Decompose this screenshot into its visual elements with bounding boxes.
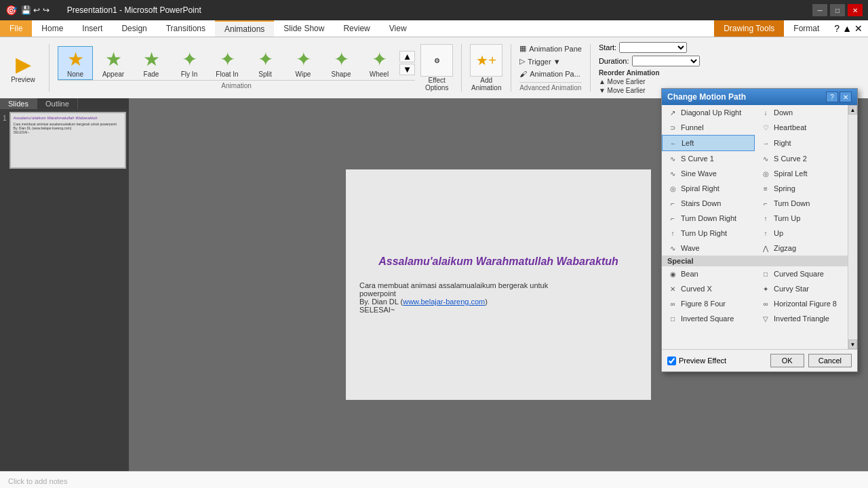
item-figure-8-four[interactable]: ∞ Figure 8 Four — [662, 296, 755, 311]
spiral-left-icon: ◎ — [760, 168, 771, 179]
item-down[interactable]: ↓ Down — [755, 105, 848, 120]
preview-effect-label[interactable]: Preview Effect — [679, 357, 726, 365]
slide-outline-tabs: Slides Outline — [0, 98, 129, 109]
wipe-icon: ✦ — [296, 48, 311, 70]
tab-drawing-tools[interactable]: Drawing Tools — [714, 20, 784, 37]
cancel-button[interactable]: Cancel — [808, 354, 852, 367]
tab-transitions[interactable]: Transitions — [157, 20, 215, 37]
item-heartbeat[interactable]: ♡ Heartbeat — [755, 120, 848, 135]
tab-design[interactable]: Design — [112, 20, 156, 37]
tab-review[interactable]: Review — [334, 20, 379, 37]
scroll-up-arrow[interactable]: ▲ — [848, 105, 857, 115]
tab-home[interactable]: Home — [32, 20, 73, 37]
office-logo: 🎯 — [5, 5, 17, 16]
ribbon-expand-icon: ▲ — [842, 23, 852, 34]
trigger-button[interactable]: ▷ Trigger ▼ — [519, 57, 582, 66]
item-spring[interactable]: ≡ Spring — [755, 181, 848, 196]
item-left[interactable]: ← Left — [662, 135, 755, 151]
item-turn-down[interactable]: ⌐ Turn Down — [755, 196, 848, 211]
tab-animations[interactable]: Animations — [215, 20, 274, 37]
dialog-close-button[interactable]: ✕ — [840, 92, 852, 102]
preview-button[interactable]: ▶ Preview — [5, 51, 41, 85]
appear-icon: ★ — [105, 48, 122, 70]
start-select[interactable] — [619, 42, 687, 53]
item-bean[interactable]: ◉ Bean — [662, 266, 755, 281]
item-inverted-square[interactable]: □ Inverted Square — [662, 311, 755, 326]
duration-select[interactable] — [632, 56, 700, 66]
item-curved-x[interactable]: ✕ Curved X — [662, 281, 755, 296]
ok-button[interactable]: OK — [770, 354, 804, 367]
item-turn-up[interactable]: ↑ Turn Up — [755, 211, 848, 226]
anim-floatin[interactable]: ✦ Float In — [210, 47, 245, 79]
scroll-down-arrow[interactable]: ▼ — [848, 340, 857, 349]
right-controls: ▦ Animation Pane ▷ Trigger ▼ 🖌 Animation… — [519, 44, 582, 92]
animation-group: ★ None ★ Appear ★ Fade ✦ Fly In ✦ Float … — [58, 46, 415, 89]
item-wave[interactable]: ∿ Wave — [662, 241, 755, 256]
item-horizontal-figure-8[interactable]: ∞ Horizontal Figure 8 — [755, 296, 848, 311]
item-inverted-triangle[interactable]: ▽ Inverted Triangle — [755, 311, 848, 326]
item-right[interactable]: → Right — [755, 135, 848, 151]
tab-format[interactable]: Format — [784, 20, 829, 37]
item-sine-wave[interactable]: ∿ Sine Wave — [662, 166, 755, 181]
preview-effect-checkbox[interactable] — [667, 357, 676, 365]
anim-fade[interactable]: ★ Fade — [134, 47, 169, 79]
dialog-footer: Preview Effect OK Cancel — [662, 349, 857, 371]
item-turn-down-right[interactable]: ⌐ Turn Down Right — [662, 211, 755, 226]
add-animation-button[interactable]: ★+ — [470, 44, 502, 77]
item-diagonal-up-right[interactable]: ↗ Diagonal Up Right — [662, 105, 755, 120]
tab-slideshow[interactable]: Slide Show — [274, 20, 334, 37]
maximize-button[interactable]: □ — [830, 4, 845, 16]
ribbon-help-icon: ? — [834, 23, 840, 34]
outline-tab[interactable]: Outline — [37, 98, 78, 109]
item-funnel[interactable]: ⊃ Funnel — [662, 120, 755, 135]
ribbon-tabs: File Home Insert Design Transitions Anim… — [0, 20, 868, 37]
anim-split[interactable]: ✦ Split — [248, 47, 283, 79]
tab-file[interactable]: File — [0, 20, 32, 37]
anim-flyin[interactable]: ✦ Fly In — [172, 47, 207, 79]
item-stairs-down[interactable]: ⌐ Stairs Down — [662, 196, 755, 211]
item-s-curve-2[interactable]: ∿ S Curve 2 — [755, 151, 848, 166]
animation-pane-button[interactable]: ▦ Animation Pane — [519, 44, 582, 53]
item-spiral-right-label: Spiral Right — [681, 184, 719, 192]
slide-link[interactable]: www.belajar-bareng.com — [403, 298, 485, 306]
anim-appear[interactable]: ★ Appear — [96, 47, 131, 79]
slide-1-thumb[interactable]: Assalamu'alaikum Warahmatullah Wabaraktu… — [9, 112, 126, 169]
slide-selesai: SELESAI~ — [359, 306, 637, 314]
ribbon-close-icon: ✕ — [854, 23, 863, 34]
item-zigzag[interactable]: ⋀ Zigzag — [755, 241, 848, 256]
move-earlier-button[interactable]: ▲ Move Earlier — [599, 78, 700, 85]
notes-bar[interactable]: Click to add notes — [0, 471, 868, 488]
tab-insert[interactable]: Insert — [73, 20, 112, 37]
horizontal-figure-8-icon: ∞ — [760, 298, 771, 309]
anim-shape[interactable]: ✦ Shape — [323, 47, 359, 79]
item-turn-up-right[interactable]: ↑ Turn Up Right — [662, 226, 755, 241]
inverted-triangle-icon: ▽ — [760, 313, 771, 324]
item-horizontal-figure-8-label: Horizontal Figure 8 — [774, 300, 837, 308]
slides-tab[interactable]: Slides — [0, 98, 37, 109]
item-up[interactable]: ↑ Up — [755, 226, 848, 241]
minimize-button[interactable]: ─ — [812, 4, 827, 16]
item-spiral-right[interactable]: ◎ Spiral Right — [662, 181, 755, 196]
close-button[interactable]: ✕ — [848, 4, 863, 16]
item-spiral-left[interactable]: ◎ Spiral Left — [755, 166, 848, 181]
slide-1-container: 1 Assalamu'alaikum Warahmatullah Wabarak… — [3, 112, 126, 169]
anim-wheel[interactable]: ✦ Wheel — [361, 47, 397, 79]
anim-wipe[interactable]: ✦ Wipe — [285, 47, 321, 79]
item-s-curve-1[interactable]: ∿ S Curve 1 — [662, 151, 755, 166]
effect-options-button[interactable]: ⚙ — [420, 44, 453, 77]
slide-1-preview: Assalamu'alaikum Warahmatullah Wabaraktu… — [11, 113, 125, 167]
dialog-body: ↗ Diagonal Up Right ↓ Down ⊃ Funnel ♡ — [662, 105, 857, 349]
scroll-up-btn[interactable]: ▲ — [399, 51, 415, 62]
item-inverted-square-label: Inverted Square — [681, 314, 734, 323]
notes-placeholder: Click to add notes — [8, 477, 67, 485]
item-curvy-star[interactable]: ✦ Curvy Star — [755, 281, 848, 296]
spring-icon: ≡ — [760, 183, 771, 194]
item-curved-square[interactable]: □ Curved Square — [755, 266, 848, 281]
tab-view[interactable]: View — [380, 20, 416, 37]
scroll-down-btn[interactable]: ▼ — [399, 64, 415, 75]
dialog-help-button[interactable]: ? — [826, 92, 838, 102]
anim-none[interactable]: ★ None — [58, 46, 93, 80]
animation-painter-button[interactable]: 🖌 Animation Pa... — [519, 70, 582, 78]
scroll-thumb[interactable] — [848, 115, 857, 340]
animation-pane-icon: ▦ — [519, 44, 526, 53]
